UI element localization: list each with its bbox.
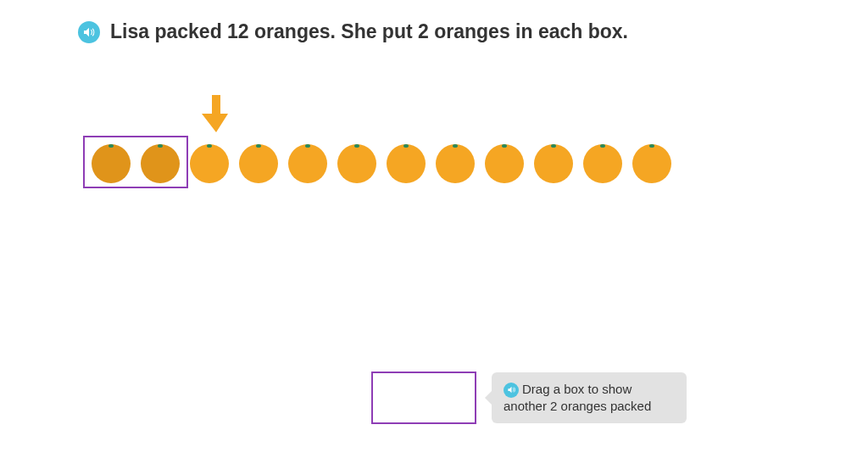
svg-point-4: [190, 144, 229, 183]
hint-text: Drag a box to show another 2 oranges pac…: [504, 382, 651, 413]
svg-point-20: [583, 144, 622, 183]
svg-point-2: [141, 144, 180, 183]
svg-point-8: [288, 144, 327, 183]
orange-item: [336, 141, 378, 183]
draggable-box[interactable]: [371, 372, 476, 424]
audio-play-button-hint[interactable]: [504, 383, 519, 398]
hint-bubble: Drag a box to show another 2 oranges pac…: [492, 372, 687, 424]
svg-point-9: [305, 144, 310, 148]
svg-point-11: [354, 144, 359, 148]
svg-point-10: [337, 144, 376, 183]
orange-item: [287, 141, 329, 183]
svg-point-16: [485, 144, 524, 183]
audio-play-button[interactable]: [78, 21, 100, 43]
svg-point-12: [387, 144, 426, 183]
orange-item: [581, 141, 624, 183]
svg-point-13: [403, 144, 409, 148]
svg-point-3: [158, 144, 163, 148]
orange-item: [532, 141, 575, 183]
arrow-indicator: [202, 95, 231, 136]
svg-point-6: [239, 144, 278, 183]
svg-point-22: [632, 144, 671, 183]
speaker-icon: [507, 385, 516, 394]
svg-point-19: [551, 144, 556, 148]
orange-item: [631, 141, 673, 183]
svg-point-21: [600, 144, 605, 148]
oranges-row: [86, 141, 676, 183]
prompt-text: Lisa packed 12 oranges. She put 2 orange…: [110, 20, 628, 43]
orange-item: [188, 141, 231, 183]
svg-point-17: [502, 144, 507, 148]
orange-item: [434, 141, 476, 183]
svg-point-0: [92, 144, 131, 183]
svg-point-1: [108, 144, 114, 148]
svg-point-15: [453, 144, 458, 148]
orange-item: [90, 141, 132, 183]
orange-item: [385, 141, 427, 183]
speaker-icon: [82, 25, 96, 39]
orange-item: [237, 141, 280, 183]
orange-item: [483, 141, 526, 183]
svg-point-18: [534, 144, 573, 183]
orange-item: [139, 141, 181, 183]
drag-area: Drag a box to show another 2 oranges pac…: [371, 372, 687, 424]
arrow-down-icon: [202, 95, 231, 132]
svg-point-5: [207, 144, 212, 148]
question-prompt: Lisa packed 12 oranges. She put 2 orange…: [78, 20, 628, 43]
svg-point-7: [256, 144, 261, 148]
svg-point-14: [436, 144, 475, 183]
svg-point-23: [649, 144, 654, 148]
